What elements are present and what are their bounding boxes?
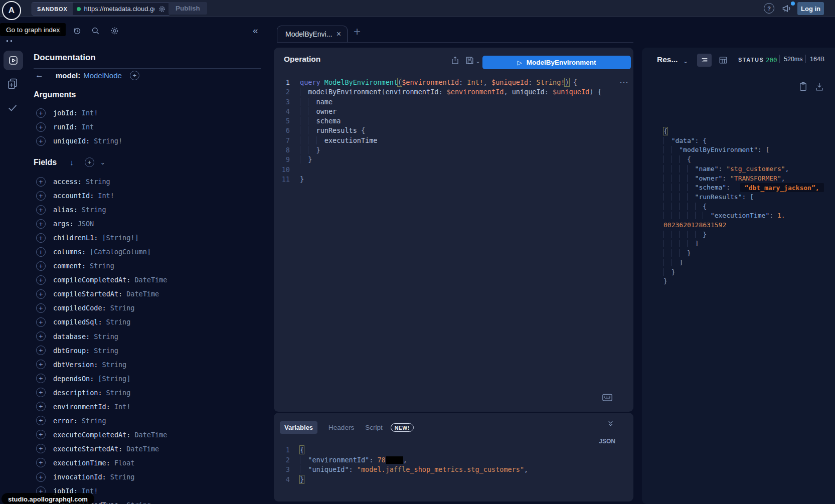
tab-close-icon[interactable]: × [337,30,341,39]
schema-field-row[interactable]: +environmentId:Int! [36,400,167,414]
schema-field-row[interactable]: +access:String [36,175,167,189]
schema-field-row[interactable]: +dependsOn:[String] [36,372,167,386]
tab-headers[interactable]: Headers [328,424,354,431]
add-field-button[interactable]: + [36,177,46,187]
copy-response-icon[interactable] [799,82,807,91]
add-field-button[interactable]: + [36,191,46,201]
field-type[interactable]: String [106,389,131,397]
add-field-button[interactable]: + [36,346,46,355]
schema-field-row[interactable]: +compiledSql:String [36,315,167,329]
collapse-panel-double-chevron-icon[interactable] [607,420,614,427]
add-field-button[interactable]: + [36,108,46,118]
tab-operation[interactable]: ModelByEnvi... × [277,26,348,42]
graph-icon[interactable] [7,40,12,42]
field-type[interactable]: DateTime [126,445,159,453]
endpoint-settings-gear-icon[interactable] [158,5,166,13]
schema-field-row[interactable]: +executeStartedAt:DateTime [36,442,167,456]
add-field-button[interactable]: + [36,430,46,439]
add-field-button[interactable]: + [36,360,46,369]
schema-field-row[interactable]: +columns:[CatalogColumn] [36,245,167,259]
add-field-button[interactable]: + [36,233,46,243]
field-type[interactable]: String [110,473,135,481]
search-icon[interactable] [91,26,100,36]
field-type[interactable]: String [126,501,151,504]
field-type[interactable]: Float [114,459,135,467]
settings-gear-icon[interactable] [110,26,119,36]
field-type[interactable]: String [86,178,110,186]
raw-view-button[interactable] [697,54,712,67]
field-type[interactable]: [CatalogColumn] [90,248,151,256]
schema-field-row[interactable]: +dbtGroup:String [36,344,167,358]
tab-variables[interactable]: Variables [280,421,317,434]
field-type[interactable]: String [94,347,118,355]
add-field-button[interactable]: + [36,331,46,341]
schema-field-row[interactable]: +args:JSON [36,217,167,231]
add-field-button[interactable]: + [36,122,46,132]
field-type[interactable]: DateTime [134,431,167,439]
new-tab-button[interactable]: + [354,25,361,39]
schema-field-row[interactable]: +executeCompletedAt:DateTime [36,428,167,442]
schema-field-row[interactable]: +alias:String [36,203,167,217]
collapse-panel-icon[interactable]: « [253,25,258,36]
add-field-button[interactable]: + [36,388,46,397]
schema-field-row[interactable]: +comment:String [36,259,167,273]
save-options-chevron-icon[interactable]: ⌄ [475,58,480,65]
field-type[interactable]: String [94,332,118,341]
schema-field-row[interactable]: +compiledCode:String [36,301,167,315]
endpoint-url-text[interactable]: https://metadata.cloud.get [84,5,154,13]
field-type[interactable]: [String!] [102,234,138,242]
schema-field-row[interactable]: +description:String [36,386,167,400]
field-type[interactable]: String [82,417,106,425]
add-field-button[interactable]: + [36,247,46,257]
sidebar-item-explorer[interactable] [4,51,23,70]
add-field-button[interactable]: + [36,219,46,229]
schema-field-row[interactable]: +executionTime:Float [36,456,167,470]
schema-field-row[interactable]: +database:String [36,329,167,344]
doc-type-link[interactable]: ModelNode [83,71,122,80]
field-type[interactable]: Int! [98,192,114,200]
schema-field-row[interactable]: +error:String [36,414,167,428]
table-view-button[interactable] [719,56,728,65]
field-type[interactable]: DateTime [134,276,167,284]
sidebar-item-checks[interactable] [7,102,18,113]
variables-editor[interactable]: 1{2"environmentId": 78,3"uniqueId": "mod… [274,445,633,484]
run-operation-button[interactable]: ▷ ModelByEnvironment [482,56,631,69]
add-field-button[interactable]: + [36,444,46,453]
schema-field-row[interactable]: +childrenL1:[String!] [36,231,167,245]
tab-script[interactable]: Script [365,424,383,431]
argument-row[interactable]: +runId:Int [36,120,122,134]
add-type-button[interactable]: + [130,71,139,80]
schema-field-row[interactable]: +dbtVersion:String [36,358,167,372]
add-field-button[interactable]: + [36,261,46,271]
schema-field-row[interactable]: +compileCompletedAt:DateTime [36,273,167,287]
chevron-down-icon[interactable]: ⌄ [100,159,105,166]
field-type[interactable]: JSON [78,220,94,228]
field-type[interactable]: DateTime [126,290,159,298]
save-icon[interactable] [465,56,474,65]
add-field-button[interactable]: + [36,317,46,327]
operation-editor[interactable]: 1query ModelByEnvironment($environmentId… [274,78,633,184]
add-field-button[interactable]: + [36,136,46,146]
field-type[interactable]: String [110,304,135,312]
sidebar-item-schema-diff[interactable] [7,78,19,90]
add-field-button[interactable]: + [36,289,46,299]
announcements-megaphone-icon[interactable] [781,3,792,14]
add-field-button[interactable]: + [36,303,46,313]
add-field-button[interactable]: + [36,374,46,383]
add-all-fields-button[interactable]: + [85,157,94,167]
schema-field-row[interactable]: +invocationId:String [36,470,167,484]
field-type[interactable]: String [82,206,106,214]
add-field-button[interactable]: + [36,472,46,482]
field-type[interactable]: String! [94,137,122,145]
field-type[interactable]: String [90,262,114,270]
add-field-button[interactable]: + [36,402,46,411]
login-button[interactable]: Log in [797,2,824,15]
field-type[interactable]: Int! [82,109,98,117]
schema-field-row[interactable]: +accountId:Int! [36,189,167,203]
history-icon[interactable] [72,26,82,36]
argument-row[interactable]: +uniqueId:String! [36,134,122,148]
field-type[interactable]: [String] [98,375,130,383]
keyboard-shortcuts-icon[interactable] [602,394,612,401]
apollo-logo-icon[interactable]: A [2,1,21,20]
share-icon[interactable] [450,56,460,65]
